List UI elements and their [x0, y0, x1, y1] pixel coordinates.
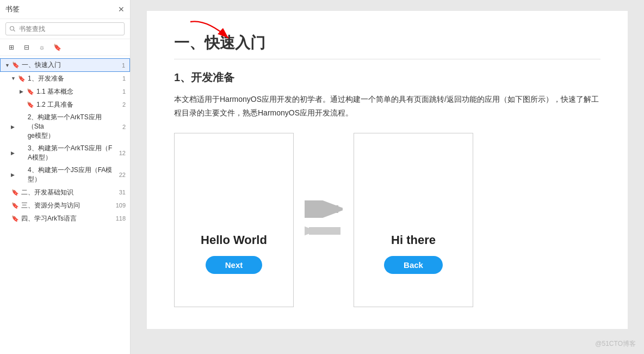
sidebar-item-chapter1[interactable]: ▼ 🔖 一、快速入门 1: [0, 58, 130, 72]
right-arrow-icon: [305, 200, 343, 218]
app-diagrams: Hello World Next: [174, 133, 600, 307]
expand-arrow-icon: ▼: [11, 76, 16, 81]
sidebar-item-section1[interactable]: ▼ 🔖 1、开发准备 1: [0, 72, 130, 85]
sidebar-toolbar: ⊞ ⊟ ☼ 🔖: [0, 39, 130, 56]
item-label: 4、构建第一个JS应用（FA模型）: [28, 166, 112, 184]
item-label: 三、资源分类与访问: [21, 201, 80, 210]
item-label: 1、开发准备: [28, 74, 64, 83]
item-label: 四、学习ArkTs语言: [21, 214, 77, 223]
sidebar-search-input[interactable]: [5, 22, 125, 35]
sidebar-title: 书签: [5, 4, 20, 14]
expand-arrow-icon: ▶: [20, 89, 25, 94]
item-label: 2、构建第一个ArkTS应用（Stage模型）: [28, 113, 115, 141]
section-title: 1、开发准备: [174, 70, 600, 85]
bookmark-button[interactable]: 🔖: [51, 41, 63, 53]
expand-all-button[interactable]: ⊞: [5, 41, 17, 53]
bookmark-icon: 🔖: [12, 62, 20, 69]
page-number: 1: [114, 62, 125, 69]
main-content: 一、快速入门 1、开发准备 本文档适用于HarmonyOS应用开发的初学者。通过…: [131, 0, 644, 354]
left-arrow-icon: [305, 222, 343, 240]
expand-arrow-icon: ▶: [11, 172, 16, 178]
sidebar-close-button[interactable]: ✕: [118, 5, 125, 14]
expand-arrow-icon: ▼: [5, 63, 10, 68]
sidebar-search-area: [0, 19, 130, 39]
expand-arrow-icon: ▶: [11, 150, 16, 156]
sidebar-item-chapter4[interactable]: ▶ 🔖 四、学习ArkTs语言 118: [0, 212, 130, 225]
description-text: 本文档适用于HarmonyOS应用开发的初学者。通过构建一个简单的具有页面跳转/…: [174, 93, 600, 120]
bookmark-icon: 🔖: [18, 123, 26, 130]
page-number: 109: [115, 202, 126, 209]
collapse-all-button[interactable]: ⊟: [21, 41, 33, 53]
screen2-title: Hi there: [391, 233, 436, 247]
bookmark-icon: 🔖: [27, 88, 34, 95]
item-label: 二、开发基础知识: [21, 188, 73, 197]
sidebar-item-chapter3[interactable]: ▶ 🔖 三、资源分类与访问 109: [0, 199, 130, 212]
bookmark-icon: 🔖: [27, 101, 34, 108]
bookmark-icon: 🔖: [18, 172, 26, 179]
page-number: 2: [115, 124, 126, 130]
item-label: 一、快速入门: [22, 60, 61, 70]
bookmark-icon: 🔖: [11, 189, 19, 196]
item-label: 1.2 工具准备: [36, 100, 73, 109]
screen1-mockup: Hello World Next: [174, 133, 294, 307]
bookmark-icon: 🔖: [18, 150, 26, 157]
item-label: 3、构建第一个ArkTS应用（FA模型）: [28, 144, 112, 162]
screen1-title: Hello World: [201, 233, 267, 247]
page-number: 22: [115, 172, 126, 178]
sidebar-header: 书签 ✕: [0, 0, 130, 19]
sidebar-item-subsection2[interactable]: ▶ 🔖 1.2 工具准备 2: [0, 98, 130, 111]
item-label: 1.1 基本概念: [36, 87, 73, 96]
sidebar-item-subsection1[interactable]: ▶ 🔖 1.1 基本概念 1: [0, 85, 130, 98]
sidebar-item-chapter2[interactable]: ▶ 🔖 二、开发基础知识 31: [0, 186, 130, 199]
bookmark-icon: 🔖: [11, 202, 19, 209]
sidebar-item-section4[interactable]: ▶ 🔖 4、构建第一个JS应用（FA模型） 22: [0, 164, 130, 186]
transition-arrows: [305, 200, 343, 240]
page-number: 1: [115, 75, 126, 82]
sidebar: 书签 ✕ ⊞ ⊟ ☼ 🔖 ▼ 🔖 一、快速入门 1 ▼ 🔖 1、开发准备 1 ▶…: [0, 0, 131, 354]
bookmark-icon: 🔖: [18, 75, 26, 82]
watermark: @51CTO博客: [595, 339, 636, 349]
page-number: 12: [115, 150, 126, 156]
sidebar-item-section3[interactable]: ▶ 🔖 3、构建第一个ArkTS应用（FA模型） 12: [0, 142, 130, 164]
screen2-mockup: Hi there Back: [354, 133, 473, 307]
page-number: 118: [115, 215, 126, 222]
page-number: 31: [115, 189, 126, 196]
back-button[interactable]: Back: [384, 256, 443, 274]
sidebar-item-section2[interactable]: ▶ 🔖 2、构建第一个ArkTS应用（Stage模型） 2: [0, 111, 130, 142]
sidebar-tree: ▼ 🔖 一、快速入门 1 ▼ 🔖 1、开发准备 1 ▶ 🔖 1.1 基本概念 1…: [0, 56, 130, 354]
next-button[interactable]: Next: [206, 256, 263, 274]
chapter-title: 一、快速入门: [174, 33, 600, 59]
page-document: 一、快速入门 1、开发准备 本文档适用于HarmonyOS应用开发的初学者。通过…: [147, 11, 628, 329]
bookmark-icon: 🔖: [11, 215, 19, 222]
page-number: 2: [115, 101, 126, 108]
page-number: 1: [115, 88, 126, 95]
toggle-view-button[interactable]: ☼: [36, 41, 48, 53]
expand-arrow-icon: ▶: [11, 124, 16, 130]
